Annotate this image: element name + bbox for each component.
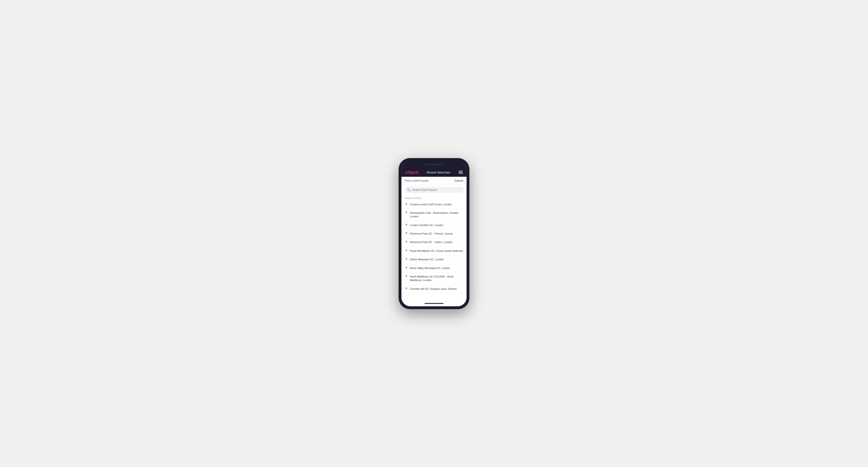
location-pin-icon: 📍 bbox=[405, 258, 408, 261]
app-logo: clippd bbox=[405, 170, 418, 175]
search-input-wrapper: 🔍 bbox=[405, 187, 463, 193]
location-pin-icon: 📍 bbox=[405, 232, 408, 235]
location-pin-icon: 📍 bbox=[405, 249, 408, 252]
course-name: Royal Wimbledon GC, Great London Authori… bbox=[410, 249, 463, 253]
course-name: Brent Valley Municipal GC, London bbox=[410, 267, 450, 270]
list-item[interactable]: 📍Brent Valley Municipal GC, London bbox=[401, 264, 467, 273]
location-pin-icon: 📍 bbox=[405, 287, 408, 290]
phone-screen: clippd Recent Searches Find a Golf Cours… bbox=[401, 161, 467, 306]
phone-frame: clippd Recent Searches Find a Golf Cours… bbox=[399, 158, 469, 309]
cancel-button[interactable]: Cancel bbox=[455, 179, 463, 182]
find-bar: Find a Golf Course Cancel bbox=[401, 177, 467, 185]
course-name: Richmond Park GC - Duke's, London bbox=[410, 241, 453, 244]
list-item[interactable]: 📍Royal Wimbledon GC, Great London Author… bbox=[401, 247, 467, 255]
main-content: Find a Golf Course Cancel 🔍 Nearby cours… bbox=[401, 177, 467, 302]
home-indicator bbox=[401, 302, 467, 306]
course-list: 📍Central London Golf Centre, London📍Roeh… bbox=[401, 200, 467, 302]
course-name: Central London Golf Centre, London bbox=[410, 203, 452, 206]
menu-icon[interactable] bbox=[459, 171, 463, 174]
search-container: 🔍 bbox=[401, 185, 467, 195]
location-pin-icon: 📍 bbox=[405, 203, 408, 206]
list-item[interactable]: 📍London Scottish GC, London bbox=[401, 221, 467, 229]
location-pin-icon: 📍 bbox=[405, 212, 408, 215]
app-header: clippd Recent Searches bbox=[401, 168, 467, 177]
home-pill bbox=[425, 303, 443, 304]
list-item[interactable]: 📍Dukes Meadows GC, London bbox=[401, 255, 467, 264]
notch-pill bbox=[425, 163, 443, 165]
course-name: Roehampton Club - Roehampton, Greater Lo… bbox=[410, 211, 463, 219]
list-item[interactable]: 📍Coombe Hill GC, Kingston upon Thames bbox=[401, 285, 467, 293]
list-item[interactable]: 📍Richmond Park GC - Duke's, London bbox=[401, 238, 467, 247]
list-item[interactable]: 📍North Middlesex GC (1011942 - North Mid… bbox=[401, 273, 467, 285]
location-pin-icon: 📍 bbox=[405, 267, 408, 270]
search-input[interactable] bbox=[412, 188, 461, 192]
search-icon: 🔍 bbox=[407, 188, 411, 192]
header-title: Recent Searches bbox=[427, 170, 450, 174]
course-name: Coombe Hill GC, Kingston upon Thames bbox=[410, 287, 457, 291]
list-item[interactable]: 📍Roehampton Club - Roehampton, Greater L… bbox=[401, 209, 467, 221]
nearby-courses-label: Nearby courses bbox=[401, 195, 467, 200]
course-name: Dukes Meadows GC, London bbox=[410, 258, 444, 261]
location-pin-icon: 📍 bbox=[405, 275, 408, 278]
course-name: London Scottish GC, London bbox=[410, 223, 443, 227]
course-name: Richmond Park GC - Prince's, Surrey bbox=[410, 232, 453, 236]
list-item[interactable]: 📍Richmond Park GC - Prince's, Surrey bbox=[401, 229, 467, 238]
find-bar-title: Find a Golf Course bbox=[405, 179, 429, 182]
phone-notch bbox=[401, 161, 467, 168]
list-item[interactable]: 📍Central London Golf Centre, London bbox=[401, 200, 467, 209]
location-pin-icon: 📍 bbox=[405, 224, 408, 227]
location-pin-icon: 📍 bbox=[405, 241, 408, 244]
course-name: North Middlesex GC (1011942 - North Midd… bbox=[410, 275, 463, 282]
